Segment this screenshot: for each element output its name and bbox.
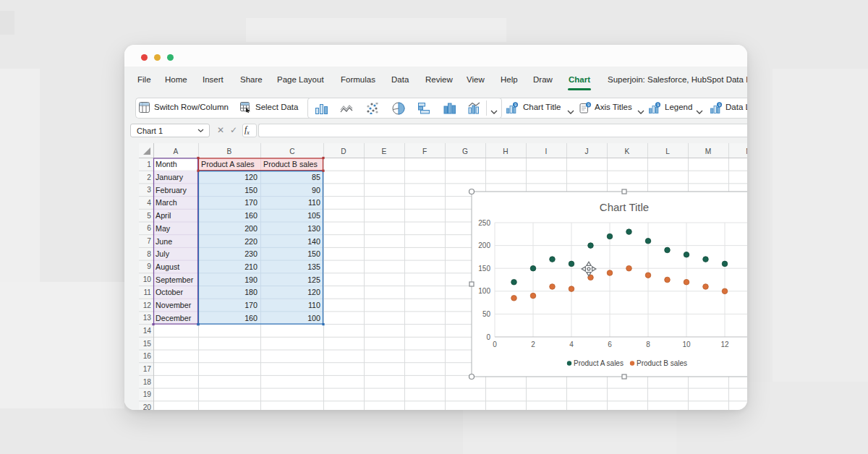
svg-text:June: June [156,237,172,246]
svg-text:125: 125 [307,275,320,284]
svg-text:120: 120 [307,288,320,296]
svg-text:July: July [156,249,170,258]
svg-text:200: 200 [478,241,490,249]
svg-text:D: D [341,147,346,155]
svg-text:November: November [156,301,192,309]
svg-text:N: N [746,147,747,155]
svg-text:January: January [156,173,184,181]
svg-text:August: August [156,262,179,271]
svg-text:1: 1 [147,160,151,168]
svg-text:110: 110 [308,198,320,207]
svg-text:K: K [625,147,630,155]
svg-text:90: 90 [312,186,320,194]
svg-text:120: 120 [244,173,258,181]
svg-text:7: 7 [147,237,151,245]
svg-text:14: 14 [143,327,152,335]
svg-text:9: 9 [657,103,659,107]
svg-text:10: 10 [143,275,152,283]
svg-text:19: 19 [143,390,152,398]
svg-text:20: 20 [143,403,152,410]
svg-text:Product A sales: Product A sales [574,359,624,367]
svg-text:18: 18 [143,378,152,386]
svg-text:March: March [156,198,177,207]
svg-text:I: I [545,147,548,155]
svg-text:October: October [156,288,183,296]
svg-text:Product B sales: Product B sales [263,160,318,168]
svg-text:6: 6 [608,340,612,348]
svg-text:200: 200 [244,224,258,233]
svg-text:12: 12 [720,340,729,348]
svg-text:J: J [584,147,588,155]
svg-text:100: 100 [307,314,320,322]
svg-text:4: 4 [147,199,151,207]
svg-text:9: 9 [147,262,151,270]
svg-text:150: 150 [307,249,320,258]
svg-text:C: C [289,147,294,155]
svg-text:11: 11 [143,288,151,296]
svg-text:April: April [156,211,171,220]
svg-text:Product B sales: Product B sales [637,359,687,367]
svg-text:150: 150 [244,186,258,194]
svg-text:6: 6 [147,224,151,232]
svg-text:H: H [503,147,508,155]
svg-text:A: A [174,147,179,155]
svg-text:50: 50 [482,310,491,318]
svg-text:12: 12 [143,301,152,309]
svg-text:5: 5 [147,212,151,220]
svg-text:G: G [462,147,468,155]
svg-text:0: 0 [486,333,490,341]
svg-text:F: F [422,147,427,155]
svg-text:E: E [382,147,387,155]
svg-text:February: February [156,186,187,194]
svg-text:105: 105 [307,211,320,220]
svg-text:130: 130 [307,224,320,233]
svg-text:170: 170 [244,301,258,309]
svg-text:9: 9 [718,103,720,107]
svg-text:170: 170 [244,198,258,207]
svg-text:2: 2 [147,174,151,181]
svg-text:9: 9 [514,103,516,107]
svg-text:8: 8 [646,340,650,348]
svg-text:Product A sales: Product A sales [201,160,255,168]
svg-text:2: 2 [531,340,535,348]
svg-text:Chart Title: Chart Title [600,201,649,213]
svg-text:Month: Month [156,160,177,168]
svg-text:160: 160 [244,211,258,220]
svg-text:230: 230 [244,249,258,258]
svg-text:210: 210 [244,262,258,271]
svg-text:140: 140 [307,237,320,246]
svg-text:0: 0 [493,340,497,348]
svg-text:160: 160 [244,314,258,322]
svg-text:220: 220 [244,237,258,246]
svg-text:September: September [156,275,194,284]
svg-text:16: 16 [143,352,152,360]
svg-text:17: 17 [143,365,152,373]
svg-text:4: 4 [569,340,574,348]
svg-text:15: 15 [143,340,152,348]
svg-text:L: L [665,147,670,155]
svg-text:250: 250 [478,219,490,227]
svg-text:150: 150 [478,265,490,273]
svg-text:9: 9 [587,103,590,107]
svg-text:May: May [156,224,171,233]
svg-text:85: 85 [312,173,320,181]
svg-text:M: M [705,147,712,155]
svg-text:B: B [227,147,232,155]
svg-text:180: 180 [244,288,258,296]
svg-text:190: 190 [244,275,258,284]
svg-text:135: 135 [307,262,320,271]
svg-text:10: 10 [682,340,691,348]
svg-text:8: 8 [147,250,151,258]
svg-text:100: 100 [478,287,490,295]
svg-text:13: 13 [143,314,152,322]
svg-text:110: 110 [308,301,320,309]
svg-text:3: 3 [147,186,151,194]
svg-text:December: December [156,314,192,322]
